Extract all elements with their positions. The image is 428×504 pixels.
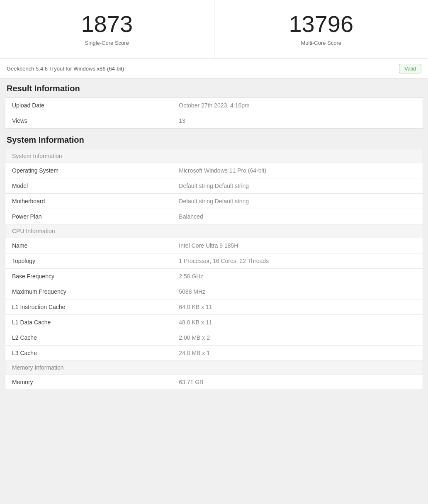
table-row: MotherboardDefault string Default string bbox=[5, 194, 423, 209]
row-value: Default string Default string bbox=[172, 194, 423, 209]
row-value: 63.71 GB bbox=[172, 375, 423, 390]
row-label: Power Plan bbox=[5, 209, 173, 224]
table-row: L3 Cache24.0 MB x 1 bbox=[5, 346, 423, 361]
multi-core-score: 13796 bbox=[223, 12, 420, 36]
row-label: Maximum Frequency bbox=[5, 284, 173, 299]
table-row: ModelDefault string Default string bbox=[5, 178, 423, 194]
row-value: Balanced bbox=[172, 209, 423, 224]
system-information-section: System Information System InformationOpe… bbox=[0, 135, 428, 390]
row-label: L3 Cache bbox=[5, 346, 173, 361]
table-row: Topology1 Processor, 16 Cores, 22 Thread… bbox=[5, 253, 423, 269]
group-header-row: System Information bbox=[5, 149, 423, 163]
valid-badge: Valid bbox=[399, 64, 421, 73]
table-row: Views13 bbox=[5, 113, 423, 129]
table-row: Memory63.71 GB bbox=[5, 375, 423, 390]
result-information-table: Upload DateOctober 27th 2023, 4:16pmView… bbox=[5, 97, 423, 129]
row-label: Memory bbox=[5, 375, 173, 390]
system-information-table: System InformationOperating SystemMicros… bbox=[5, 149, 423, 390]
single-core-label: Single-Core Score bbox=[8, 40, 206, 46]
group-header-label: Memory Information bbox=[5, 361, 423, 375]
row-value: Default string Default string bbox=[172, 178, 423, 194]
row-value: 5088 MHz bbox=[172, 284, 423, 299]
row-value: October 27th 2023, 4:16pm bbox=[172, 98, 423, 113]
table-row: L2 Cache2.00 MB x 2 bbox=[5, 330, 423, 346]
row-value: 13 bbox=[172, 113, 423, 129]
row-label: Views bbox=[5, 113, 173, 129]
table-row: Upload DateOctober 27th 2023, 4:16pm bbox=[5, 98, 423, 113]
meta-bar: Geekbench 5.4.6 Tryout for Windows x86 (… bbox=[0, 59, 428, 79]
multi-core-label: Multi-Core Score bbox=[223, 40, 420, 46]
single-core-block: 1873 Single-Core Score bbox=[0, 0, 214, 58]
group-header-row: CPU Information bbox=[5, 224, 423, 238]
group-header-row: Memory Information bbox=[5, 361, 423, 375]
row-value: Microsoft Windows 11 Pro (64-bit) bbox=[172, 163, 423, 178]
scores-section: 1873 Single-Core Score 13796 Multi-Core … bbox=[0, 0, 428, 59]
row-label: L2 Cache bbox=[5, 330, 173, 346]
table-row: Power PlanBalanced bbox=[5, 209, 423, 224]
table-row: Base Frequency2.50 GHz bbox=[5, 269, 423, 284]
row-value: Intel Core Ultra 9 185H bbox=[172, 238, 423, 253]
single-core-score: 1873 bbox=[8, 12, 206, 36]
row-value: 64.0 KB x 11 bbox=[172, 299, 423, 315]
row-label: L1 Instruction Cache bbox=[5, 299, 173, 315]
row-value: 24.0 MB x 1 bbox=[172, 346, 423, 361]
group-header-label: CPU Information bbox=[5, 224, 423, 238]
row-label: L1 Data Cache bbox=[5, 315, 173, 330]
table-row: L1 Data Cache48.0 KB x 11 bbox=[5, 315, 423, 330]
app-info-text: Geekbench 5.4.6 Tryout for Windows x86 (… bbox=[7, 66, 124, 72]
row-label: Upload Date bbox=[5, 98, 173, 113]
row-value: 2.00 MB x 2 bbox=[172, 330, 423, 346]
system-information-title: System Information bbox=[5, 135, 423, 145]
row-value: 2.50 GHz bbox=[172, 269, 423, 284]
row-label: Model bbox=[5, 178, 173, 194]
row-value: 1 Processor, 16 Cores, 22 Threads bbox=[172, 253, 423, 269]
table-row: L1 Instruction Cache64.0 KB x 11 bbox=[5, 299, 423, 315]
row-label: Name bbox=[5, 238, 173, 253]
result-information-title: Result Information bbox=[5, 84, 423, 93]
multi-core-block: 13796 Multi-Core Score bbox=[214, 0, 428, 58]
row-label: Topology bbox=[5, 253, 173, 269]
group-header-label: System Information bbox=[5, 149, 423, 163]
table-row: Operating SystemMicrosoft Windows 11 Pro… bbox=[5, 163, 423, 178]
table-row: NameIntel Core Ultra 9 185H bbox=[5, 238, 423, 253]
row-value: 48.0 KB x 11 bbox=[172, 315, 423, 330]
row-label: Motherboard bbox=[5, 194, 173, 209]
result-information-section: Result Information Upload DateOctober 27… bbox=[0, 84, 428, 129]
row-label: Operating System bbox=[5, 163, 173, 178]
table-row: Maximum Frequency5088 MHz bbox=[5, 284, 423, 299]
row-label: Base Frequency bbox=[5, 269, 173, 284]
